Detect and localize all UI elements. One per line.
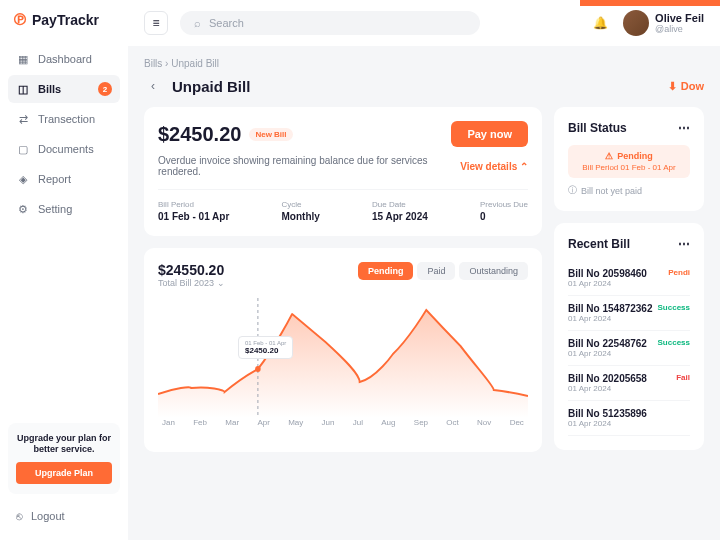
- chart-card: $24550.20 Total Bill 2023 ⌄ Pending Paid…: [144, 248, 542, 452]
- tab-outstanding[interactable]: Outstanding: [459, 262, 528, 280]
- menu-toggle[interactable]: ≡: [144, 11, 168, 35]
- sidebar-item-dashboard[interactable]: ▦ Dashboard: [8, 45, 120, 73]
- sidebar-item-report[interactable]: ◈ Report: [8, 165, 120, 193]
- logo[interactable]: ℗ PayTrackr: [0, 10, 128, 41]
- nav-badge: 2: [98, 82, 112, 96]
- search-icon: ⌕: [194, 17, 201, 29]
- more-icon[interactable]: ⋯: [678, 121, 690, 135]
- logout-button[interactable]: ⎋ Logout: [0, 502, 128, 530]
- search-placeholder: Search: [209, 17, 244, 29]
- meta-due: Due Date 15 Apr 2024: [372, 200, 428, 222]
- nav-label: Dashboard: [38, 53, 92, 65]
- sidebar: ℗ PayTrackr ▦ Dashboard ◫ Bills 2 ⇄ Tran…: [0, 0, 128, 540]
- bill-amount: $2450.20: [158, 123, 241, 146]
- info-icon: ⓘ: [568, 184, 577, 197]
- status-title: Bill Status: [568, 121, 627, 135]
- sidebar-item-setting[interactable]: ⚙ Setting: [8, 195, 120, 223]
- recent-item[interactable]: Bill No 2254876201 Apr 2024Success: [568, 331, 690, 366]
- download-button[interactable]: ⬇ Dow: [668, 80, 704, 93]
- grid-icon: ▦: [16, 52, 30, 66]
- recent-item[interactable]: Bill No 15487236201 Apr 2024Success: [568, 296, 690, 331]
- user-menu[interactable]: Olive Feil @alive: [623, 10, 704, 36]
- area-chart: [158, 298, 528, 418]
- meta-prev: Previous Due 0: [480, 200, 528, 222]
- warning-icon: ⚠: [605, 151, 613, 161]
- chart-amount: $24550.20: [158, 262, 225, 278]
- recent-card: Recent Bill ⋯ Bill No 2059846001 Apr 202…: [554, 223, 704, 450]
- page-title: Unpaid Bill: [172, 78, 250, 95]
- back-button[interactable]: ‹: [144, 77, 162, 95]
- summary-card: $2450.20 New Bill Pay now Overdue invoic…: [144, 107, 542, 236]
- new-badge: New Bill: [249, 128, 292, 141]
- upgrade-text: Upgrade your plan for better service.: [16, 433, 112, 456]
- bill-description: Overdue invoice showing remaining balanc…: [158, 155, 452, 177]
- nav-label: Report: [38, 173, 71, 185]
- user-name: Olive Feil: [655, 12, 704, 24]
- nav-label: Documents: [38, 143, 94, 155]
- status-badge: ⚠ Pending Bill Period 01 Feb - 01 Apr: [568, 145, 690, 178]
- sidebar-item-bills[interactable]: ◫ Bills 2: [8, 75, 120, 103]
- recent-item[interactable]: Bill No 2020565801 Apr 2024Fail: [568, 366, 690, 401]
- chart-area: 01 Feb - 01 Apr $2450.20 JanFebMarAprMay…: [158, 298, 528, 438]
- recent-item[interactable]: Bill No 5123589601 Apr 2024: [568, 401, 690, 436]
- sidebar-item-transaction[interactable]: ⇄ Transection: [8, 105, 120, 133]
- nav-label: Bills: [38, 83, 61, 95]
- recent-list: Bill No 2059846001 Apr 2024PendiBill No …: [568, 261, 690, 436]
- not-paid-note: ⓘ Bill not yet paid: [568, 184, 690, 197]
- tab-paid[interactable]: Paid: [417, 262, 455, 280]
- chart-tabs: Pending Paid Outstanding: [358, 262, 528, 280]
- upgrade-card: Upgrade your plan for better service. Up…: [8, 423, 120, 494]
- bell-icon: 🔔: [593, 16, 608, 30]
- topbar: ≡ ⌕ Search 🔔 Olive Feil @alive: [128, 0, 720, 46]
- download-label: Dow: [681, 80, 704, 92]
- nav-label: Transection: [38, 113, 95, 125]
- nav-label: Setting: [38, 203, 72, 215]
- sidebar-item-documents[interactable]: ▢ Documents: [8, 135, 120, 163]
- download-icon: ⬇: [668, 80, 677, 93]
- avatar: [623, 10, 649, 36]
- logout-label: Logout: [31, 510, 65, 522]
- gear-icon: ⚙: [16, 202, 30, 216]
- receipt-icon: ◫: [16, 82, 30, 96]
- brand-name: PayTrackr: [32, 12, 99, 28]
- swap-icon: ⇄: [16, 112, 30, 126]
- more-icon[interactable]: ⋯: [678, 237, 690, 251]
- meta-period: Bill Period 01 Feb - 01 Apr: [158, 200, 229, 222]
- tab-pending[interactable]: Pending: [358, 262, 414, 280]
- logout-icon: ⎋: [16, 510, 23, 522]
- pay-button[interactable]: Pay now: [451, 121, 528, 147]
- doc-icon: ▢: [16, 142, 30, 156]
- meta-cycle: Cycle Monthly: [282, 200, 320, 222]
- chart-icon: ◈: [16, 172, 30, 186]
- view-details-button[interactable]: View details ⌃: [460, 161, 528, 172]
- svg-point-1: [255, 366, 261, 372]
- logo-icon: ℗: [12, 10, 28, 29]
- nav: ▦ Dashboard ◫ Bills 2 ⇄ Transection ▢ Do…: [0, 41, 128, 415]
- user-handle: @alive: [655, 24, 704, 34]
- breadcrumb: Bills › Unpaid Bill: [144, 58, 704, 69]
- upgrade-button[interactable]: Upgrade Plan: [16, 462, 112, 484]
- chart-subtitle[interactable]: Total Bill 2023 ⌄: [158, 278, 225, 288]
- search-input[interactable]: ⌕ Search: [180, 11, 480, 35]
- chart-tooltip: 01 Feb - 01 Apr $2450.20: [238, 336, 293, 359]
- chart-x-labels: JanFebMarAprMayJunJulAugSepOctNovDec: [158, 418, 528, 427]
- status-card: Bill Status ⋯ ⚠ Pending Bill Period 01 F…: [554, 107, 704, 211]
- recent-title: Recent Bill: [568, 237, 630, 251]
- notification-button[interactable]: 🔔: [589, 12, 611, 34]
- recent-item[interactable]: Bill No 2059846001 Apr 2024Pendi: [568, 261, 690, 296]
